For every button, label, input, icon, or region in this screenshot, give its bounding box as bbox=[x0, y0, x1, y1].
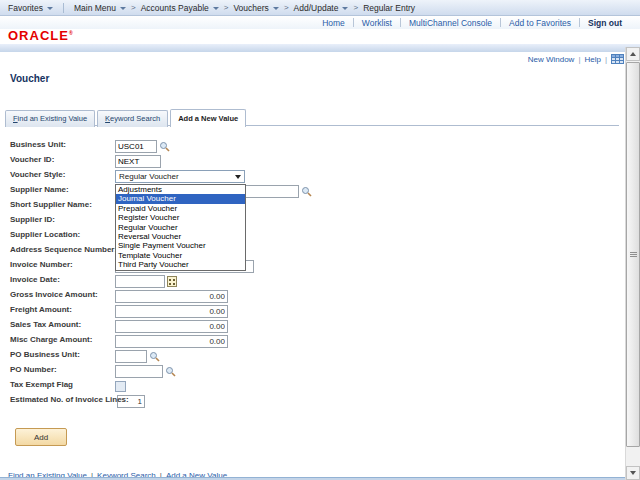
chevron-down-icon bbox=[120, 7, 126, 10]
dropdown-option-template-voucher[interactable]: Template Voucher bbox=[116, 251, 245, 260]
crumb-regular-entry[interactable]: Regular Entry bbox=[363, 3, 415, 13]
divider: | bbox=[605, 55, 607, 64]
voucher-style-select[interactable]: Regular Voucher bbox=[115, 170, 245, 183]
chevron-down-icon bbox=[235, 175, 241, 179]
form-row-misc-charge-amount: Misc Charge Amount: bbox=[10, 334, 340, 349]
tab-bar: Find an Existing Value Keyword Search Ad… bbox=[5, 109, 248, 127]
breadcrumb: Favorites Main Menu > Accounts Payable >… bbox=[0, 0, 640, 16]
voucher-id-label: Voucher ID: bbox=[10, 155, 54, 164]
supplier-name-lookup-icon[interactable] bbox=[301, 186, 312, 197]
favorites-label: Favorites bbox=[8, 3, 43, 13]
sign-out-link[interactable]: Sign out bbox=[588, 18, 622, 28]
dropdown-option-register-voucher[interactable]: Register Voucher bbox=[116, 213, 245, 222]
voucher-form: Business Unit: Voucher ID: Voucher Style… bbox=[10, 139, 340, 409]
tax-exempt-checkbox[interactable] bbox=[115, 381, 126, 392]
divider bbox=[63, 3, 64, 13]
supplier-id-label: Supplier ID: bbox=[10, 215, 55, 224]
crumb-label: Add/Update bbox=[294, 3, 339, 13]
address-sequence-number-label: Address Sequence Number: bbox=[10, 245, 117, 254]
personalize-grid-icon[interactable] bbox=[611, 54, 624, 64]
breadcrumb-separator: > bbox=[353, 3, 358, 12]
dropdown-option-journal-voucher[interactable]: Journal Voucher bbox=[116, 194, 245, 203]
header-links-bar: Home Worklist MultiChannel Console Add t… bbox=[0, 16, 640, 29]
crumb-accounts-payable[interactable]: Accounts Payable bbox=[141, 3, 219, 13]
misc-charge-amount-input[interactable] bbox=[115, 335, 228, 348]
add-button[interactable]: Add bbox=[15, 428, 67, 446]
po-business-unit-input[interactable] bbox=[115, 350, 147, 363]
crumb-vouchers[interactable]: Vouchers bbox=[233, 3, 278, 13]
new-window-link[interactable]: New Window bbox=[528, 55, 575, 64]
scrollbar-thumb[interactable] bbox=[626, 62, 640, 447]
home-link[interactable]: Home bbox=[322, 18, 345, 28]
dropdown-option-adjustments[interactable]: Adjustments bbox=[116, 185, 245, 194]
po-number-label: PO Number: bbox=[10, 365, 57, 374]
vertical-scrollbar[interactable] bbox=[625, 47, 640, 480]
help-link[interactable]: Help bbox=[584, 55, 600, 64]
voucher-style-label: Voucher Style: bbox=[10, 170, 65, 179]
favorites-menu[interactable]: Favorites bbox=[8, 3, 53, 13]
dropdown-option-single-payment-voucher[interactable]: Single Payment Voucher bbox=[116, 241, 245, 250]
sales-tax-amount-label: Sales Tax Amount: bbox=[10, 320, 81, 329]
crumb-label: Accounts Payable bbox=[141, 3, 209, 13]
sales-tax-amount-input[interactable] bbox=[115, 320, 228, 333]
divider bbox=[579, 18, 580, 27]
divider: | bbox=[578, 55, 580, 64]
voucher-style-dropdown-list: Adjustments Journal Voucher Prepaid Vouc… bbox=[115, 184, 246, 271]
main-menu[interactable]: Main Menu bbox=[74, 3, 126, 13]
divider bbox=[353, 18, 354, 27]
business-unit-lookup-icon[interactable] bbox=[159, 141, 170, 152]
form-row-business-unit: Business Unit: bbox=[10, 139, 340, 154]
scroll-up-button[interactable] bbox=[626, 47, 640, 61]
po-number-input[interactable] bbox=[115, 365, 163, 378]
arrow-down-icon bbox=[630, 471, 636, 475]
freight-amount-label: Freight Amount: bbox=[10, 305, 72, 314]
invoice-date-input[interactable] bbox=[115, 275, 165, 288]
chevron-down-icon bbox=[342, 7, 348, 10]
registered-mark: ® bbox=[69, 30, 74, 36]
po-number-lookup-icon[interactable] bbox=[165, 366, 176, 377]
crumb-add-update[interactable]: Add/Update bbox=[294, 3, 349, 13]
estimated-invoice-lines-label: Estimated No. of Invoice Lines: bbox=[10, 395, 129, 404]
arrow-up-icon bbox=[630, 52, 636, 56]
utility-links: New Window | Help | bbox=[528, 54, 624, 64]
add-to-favorites-link[interactable]: Add to Favorites bbox=[509, 18, 571, 28]
gross-invoice-amount-input[interactable] bbox=[115, 290, 228, 303]
scroll-down-button[interactable] bbox=[626, 466, 640, 480]
scrollbar-grip bbox=[630, 252, 637, 258]
worklist-link[interactable]: Worklist bbox=[362, 18, 392, 28]
chevron-down-icon bbox=[47, 7, 53, 10]
business-unit-label: Business Unit: bbox=[10, 140, 66, 149]
po-business-unit-lookup-icon[interactable] bbox=[149, 351, 160, 362]
form-row-po-business-unit: PO Business Unit: bbox=[10, 349, 340, 364]
freight-amount-input[interactable] bbox=[115, 305, 228, 318]
crumb-label: Regular Entry bbox=[363, 3, 415, 13]
tab-add-a-new-value[interactable]: Add a New Value bbox=[170, 109, 246, 127]
multichannel-console-link[interactable]: MultiChannel Console bbox=[409, 18, 492, 28]
tab-find-an-existing-value[interactable]: Find an Existing Value bbox=[5, 110, 95, 127]
dropdown-option-regular-voucher[interactable]: Regular Voucher bbox=[116, 223, 245, 232]
voucher-style-selected-value: Regular Voucher bbox=[116, 172, 232, 181]
chevron-down-icon bbox=[273, 7, 279, 10]
misc-charge-amount-label: Misc Charge Amount: bbox=[10, 335, 92, 344]
breadcrumb-separator: > bbox=[131, 3, 136, 12]
crumb-label: Vouchers bbox=[233, 3, 268, 13]
voucher-id-input[interactable] bbox=[115, 155, 161, 168]
dropdown-option-third-party-voucher[interactable]: Third Party Voucher bbox=[116, 260, 245, 269]
select-dropdown-button[interactable] bbox=[232, 171, 244, 182]
supplier-location-label: Supplier Location: bbox=[10, 230, 80, 239]
oracle-logo: ORACLE® bbox=[8, 28, 74, 43]
gross-invoice-amount-label: Gross Invoice Amount: bbox=[10, 290, 98, 299]
divider bbox=[400, 18, 401, 27]
business-unit-input[interactable] bbox=[115, 140, 157, 153]
main-menu-label: Main Menu bbox=[74, 3, 116, 13]
dropdown-option-prepaid-voucher[interactable]: Prepaid Voucher bbox=[116, 204, 245, 213]
page-title: Voucher bbox=[10, 73, 49, 84]
dropdown-option-reversal-voucher[interactable]: Reversal Voucher bbox=[116, 232, 245, 241]
form-row-gross-invoice-amount: Gross Invoice Amount: bbox=[10, 289, 340, 304]
tab-keyword-search[interactable]: Keyword Search bbox=[97, 110, 168, 127]
form-row-voucher-id: Voucher ID: bbox=[10, 154, 340, 169]
calendar-icon[interactable] bbox=[167, 276, 177, 287]
form-row-tax-exempt-flag: Tax Exempt Flag bbox=[10, 379, 340, 394]
form-row-po-number: PO Number: bbox=[10, 364, 340, 379]
voucher-page: Favorites Main Menu > Accounts Payable >… bbox=[0, 0, 640, 480]
